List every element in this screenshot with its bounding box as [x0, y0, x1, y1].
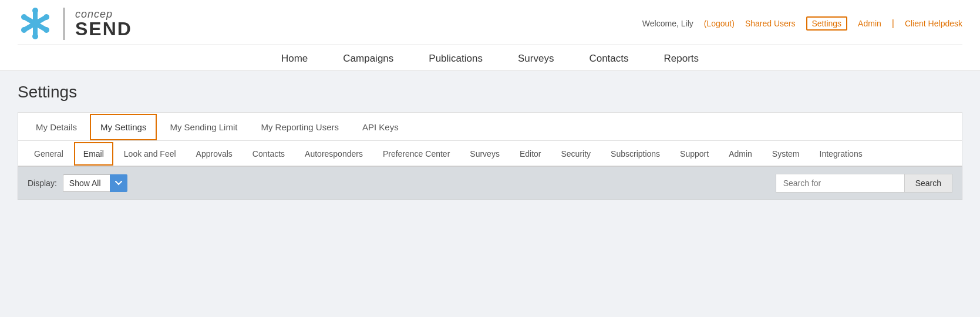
filter-left: Display: Show All Active Inactive: [28, 174, 127, 192]
tab-my-details[interactable]: My Details: [25, 114, 87, 140]
search-button[interactable]: Search: [905, 174, 952, 193]
nav-reports[interactable]: Reports: [664, 53, 699, 65]
header: concep SEND Welcome, Lily (Logout) Share…: [0, 0, 980, 71]
sub-tab-system[interactable]: System: [763, 142, 809, 166]
sub-tab-approvals[interactable]: Approvals: [187, 142, 242, 166]
top-nav: Welcome, Lily (Logout) Shared Users Sett…: [642, 16, 962, 31]
logo-text: concep SEND: [75, 9, 132, 38]
client-helpdesk-link[interactable]: Client Helpdesk: [905, 19, 962, 28]
display-select-wrapper: Show All Active Inactive: [63, 174, 127, 192]
main-nav: Home Campaigns Publications Surveys Cont…: [18, 44, 962, 70]
sub-tab-subscriptions[interactable]: Subscriptions: [601, 142, 669, 166]
logo-area: concep SEND: [18, 6, 132, 41]
page-title: Settings: [18, 83, 962, 102]
svg-point-3: [32, 8, 38, 14]
sub-tab-surveys[interactable]: Surveys: [460, 142, 509, 166]
tab-bar: My Details My Settings My Sending Limit …: [18, 112, 962, 140]
display-label: Display:: [28, 178, 57, 188]
select-arrow-icon[interactable]: [110, 174, 127, 192]
nav-home[interactable]: Home: [281, 53, 308, 65]
svg-point-6: [32, 33, 38, 39]
logo-snowflake-icon: [18, 6, 53, 41]
sub-tab-preference-center[interactable]: Preference Center: [373, 142, 459, 166]
settings-link[interactable]: Settings: [806, 16, 848, 31]
sub-tab-bar: General Email Look and Feel Approvals Co…: [18, 140, 962, 166]
search-input[interactable]: [776, 174, 905, 193]
sub-tab-general[interactable]: General: [25, 142, 73, 166]
welcome-text: Welcome, Lily: [642, 19, 693, 28]
sub-tab-autoresponders[interactable]: Autoresponders: [295, 142, 372, 166]
sub-tab-security[interactable]: Security: [551, 142, 600, 166]
filter-right: Search: [776, 174, 952, 193]
logo-send: SEND: [75, 19, 132, 38]
header-top: concep SEND Welcome, Lily (Logout) Share…: [18, 0, 962, 44]
nav-contacts[interactable]: Contacts: [589, 53, 628, 65]
shared-users-link[interactable]: Shared Users: [745, 19, 796, 28]
nav-campaigns[interactable]: Campaigns: [343, 53, 393, 65]
chevron-down-icon: [115, 181, 122, 186]
content-area: Settings My Details My Settings My Sendi…: [0, 71, 980, 200]
nav-publications[interactable]: Publications: [429, 53, 483, 65]
filter-bar: Display: Show All Active Inactive Search: [18, 166, 962, 200]
sub-tab-editor[interactable]: Editor: [510, 142, 551, 166]
logout-link[interactable]: (Logout): [704, 19, 735, 28]
tab-my-settings[interactable]: My Settings: [90, 114, 157, 140]
sub-tab-contacts[interactable]: Contacts: [243, 142, 294, 166]
sub-tab-integrations[interactable]: Integrations: [810, 142, 872, 166]
sub-tab-admin[interactable]: Admin: [719, 142, 762, 166]
tab-my-sending-limit[interactable]: My Sending Limit: [159, 114, 248, 140]
sub-tab-support[interactable]: Support: [671, 142, 718, 166]
nav-separator: |: [892, 18, 894, 29]
sub-tab-email[interactable]: Email: [74, 142, 113, 166]
nav-surveys[interactable]: Surveys: [518, 53, 554, 65]
tab-my-reporting-users[interactable]: My Reporting Users: [250, 114, 349, 140]
admin-link[interactable]: Admin: [858, 19, 881, 28]
logo-divider: [63, 8, 65, 40]
tab-api-keys[interactable]: API Keys: [352, 114, 409, 140]
sub-tab-look-and-feel[interactable]: Look and Feel: [114, 142, 186, 166]
